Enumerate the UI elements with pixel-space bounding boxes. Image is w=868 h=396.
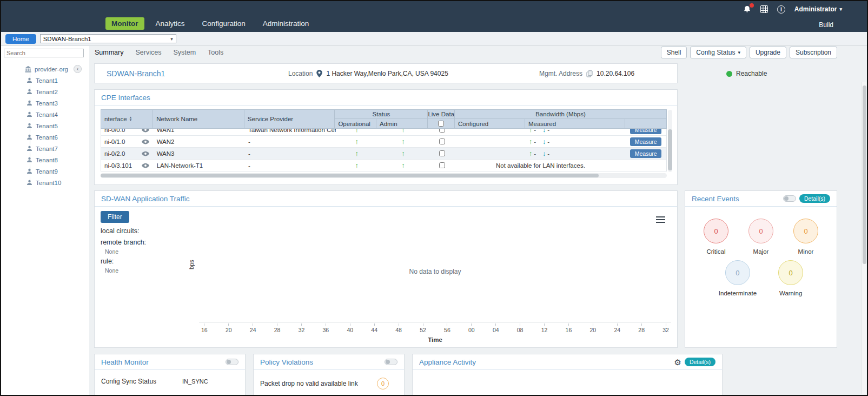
column-header-measured[interactable]: Measured <box>525 119 625 128</box>
appliance-select[interactable]: SDWAN-Branch1 ▾ <box>40 34 176 43</box>
tree-item-provider-org[interactable]: provider-org ‹ <box>1 63 89 75</box>
measured-bandwidth: ↑ - ↓ - <box>526 129 625 135</box>
tree-item-tenant5[interactable]: Tenant5 <box>1 120 89 131</box>
gear-icon[interactable]: ⚙ <box>674 358 681 366</box>
collapse-tree-button[interactable]: ‹ <box>74 65 82 73</box>
mgmt-address-value: 10.20.64.106 <box>597 70 634 77</box>
table-vertical-scrollbar[interactable] <box>668 110 672 172</box>
tenant-icon <box>26 168 32 174</box>
x-tick: 36 <box>323 324 329 333</box>
event-critical[interactable]: 0 Critical <box>704 219 728 255</box>
details-toggle[interactable] <box>783 195 796 202</box>
no-data-text: No data to display <box>409 268 461 275</box>
measure-button[interactable]: Measure <box>630 129 661 134</box>
table-row[interactable]: ni-0/1.0 WAN2 - ↑ ↑ ↑ - ↓ <box>101 136 666 148</box>
event-minor[interactable]: 0 Minor <box>793 219 818 255</box>
table-row[interactable]: ni-0/3.101 LAN-Network-T1 - ↑ ↑ Not avai… <box>101 160 666 171</box>
measure-button[interactable]: Measure <box>630 149 661 158</box>
tenant-icon <box>26 89 32 95</box>
health-toggle[interactable] <box>226 359 238 365</box>
tab-services[interactable]: Services <box>135 49 161 56</box>
live-data-checkbox[interactable] <box>439 162 445 168</box>
table-row[interactable]: ni-0/0.0 WAN1 Taiwan Network Information… <box>101 129 666 136</box>
violations-toggle[interactable] <box>385 359 397 365</box>
column-header-interface[interactable]: nterface ▲▼ <box>101 110 153 128</box>
upgrade-button[interactable]: Upgrade <box>750 47 786 58</box>
configured-bandwidth <box>455 148 526 159</box>
tree-item-label: Tenant2 <box>36 89 58 95</box>
eye-icon[interactable] <box>142 129 149 133</box>
event-major[interactable]: 0 Major <box>748 219 773 255</box>
tree-item-label: Tenant5 <box>36 123 58 129</box>
mgmt-address-label: Mgmt. Address <box>539 70 582 77</box>
scrollbar-thumb[interactable] <box>863 85 866 264</box>
column-header-service-provider[interactable]: Service Provider <box>244 110 335 128</box>
nav-tab-analytics[interactable]: Analytics <box>150 17 191 30</box>
nav-tab-monitor[interactable]: Monitor <box>105 17 144 30</box>
panel-header: Health Monitor <box>95 354 245 370</box>
table-row[interactable]: ni-0/2.0 WAN3 - ↑ ↑ ↑ - ↓ <box>101 148 666 160</box>
info-icon[interactable]: i <box>777 5 785 14</box>
eye-icon[interactable] <box>142 151 149 156</box>
tree-item-label: Tenant7 <box>36 146 58 152</box>
tree-item-tenant4[interactable]: Tenant4 <box>1 109 89 120</box>
column-header-operational[interactable]: Operational <box>335 119 376 128</box>
measure-button[interactable]: Measure <box>630 137 661 146</box>
tree-item-label: Tenant3 <box>36 100 58 107</box>
scrollbar-thumb[interactable] <box>101 174 599 177</box>
subscription-button[interactable]: Subscription <box>790 47 837 58</box>
up-arrow-icon: ↑ <box>355 162 359 169</box>
x-tick: 20 <box>590 324 597 333</box>
shell-button[interactable]: Shell <box>661 47 687 58</box>
tree-item-tenant2[interactable]: Tenant2 <box>1 86 89 97</box>
tree-item-tenant7[interactable]: Tenant7 <box>1 143 89 154</box>
violation-count-badge[interactable]: 0 <box>377 378 389 390</box>
org-tree: provider-org ‹ Tenant1 Tenant2 Tenant3 T… <box>1 63 89 188</box>
column-group-live-data: Live Data <box>428 110 455 128</box>
appliance-actions: Shell Config Status ▾ Upgrade Subscripti… <box>661 47 837 58</box>
tab-summary[interactable]: Summary <box>95 49 123 56</box>
column-header-network-name[interactable]: Network Name <box>153 110 244 128</box>
tenant-icon <box>26 100 32 106</box>
copy-icon[interactable] <box>586 70 593 77</box>
live-data-checkbox[interactable] <box>439 150 445 156</box>
notifications-bell-icon[interactable] <box>743 5 751 14</box>
tree-item-tenant1[interactable]: Tenant1 <box>1 75 89 86</box>
config-status-button[interactable]: Config Status ▾ <box>690 47 746 58</box>
tree-item-tenant8[interactable]: Tenant8 <box>1 154 89 166</box>
tree-item-tenant3[interactable]: Tenant3 <box>1 97 89 109</box>
filter-field-local-circuits: local circuits: <box>101 226 140 235</box>
eye-icon[interactable] <box>142 163 149 168</box>
live-data-select-all-checkbox[interactable] <box>438 121 444 127</box>
column-header-admin[interactable]: Admin <box>376 119 427 128</box>
primary-nav: Monitor Analytics Configuration Administ… <box>105 17 315 30</box>
search-input[interactable] <box>4 49 84 57</box>
home-button[interactable]: Home <box>5 34 36 44</box>
apps-grid-icon[interactable] <box>760 5 768 13</box>
filter-button[interactable]: Filter <box>101 211 129 223</box>
nav-tab-administration[interactable]: Administration <box>257 17 315 30</box>
user-menu[interactable]: Administrator ▾ <box>794 5 842 13</box>
tree-item-tenant6[interactable]: Tenant6 <box>1 131 89 143</box>
tab-system[interactable]: System <box>173 49 196 56</box>
tenant-icon <box>26 134 32 140</box>
nav-tab-configuration[interactable]: Configuration <box>196 17 251 30</box>
scrollbar-thumb[interactable] <box>668 129 672 170</box>
live-data-checkbox[interactable] <box>439 129 445 133</box>
tree-item-tenant9[interactable]: Tenant9 <box>1 166 89 177</box>
down-arrow-icon: ↓ <box>542 150 546 157</box>
eye-icon[interactable] <box>142 139 149 144</box>
live-data-checkbox[interactable] <box>439 138 445 144</box>
page-scrollbar[interactable] <box>862 82 866 394</box>
tree-item-tenant10[interactable]: Tenant10 <box>1 177 89 188</box>
event-indeterminate[interactable]: 0 Indeterminate <box>719 260 757 296</box>
panel-header: Appliance Activity ⚙ Detail(s) <box>413 354 722 370</box>
details-badge[interactable]: Detail(s) <box>799 194 830 203</box>
build-link[interactable]: Build <box>819 21 833 29</box>
horizontal-scrollbar[interactable] <box>101 173 667 178</box>
event-warning[interactable]: 0 Warning <box>778 260 803 296</box>
details-badge[interactable]: Detail(s) <box>685 358 715 366</box>
column-header-configured[interactable]: Configured <box>455 119 525 128</box>
tab-tools[interactable]: Tools <box>208 49 223 56</box>
appliance-name-link[interactable]: SDWAN-Branch1 <box>107 69 165 78</box>
